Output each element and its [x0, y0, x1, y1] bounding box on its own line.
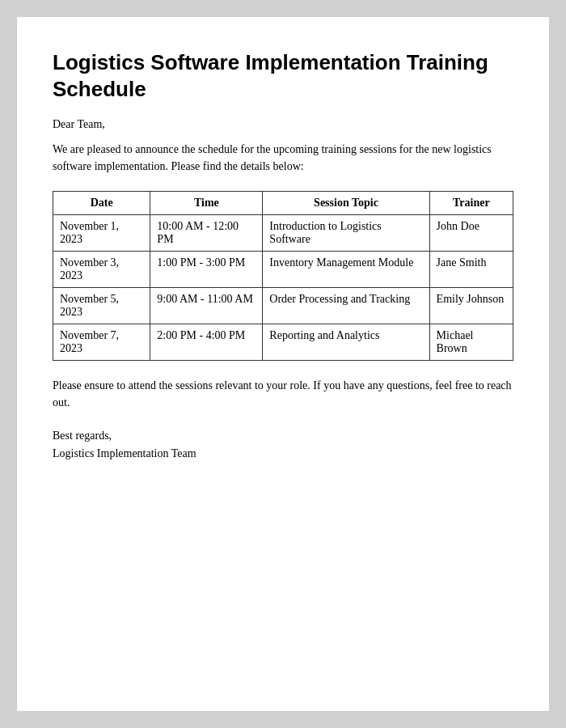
document-page: Logistics Software Implementation Traini…: [16, 16, 550, 712]
cell-time: 9:00 AM - 11:00 AM: [150, 288, 263, 324]
cell-time: 1:00 PM - 3:00 PM: [150, 252, 263, 288]
table-row: November 1, 202310:00 AM - 12:00 PMIntro…: [53, 215, 513, 252]
table-header-row: Date Time Session Topic Trainer: [53, 192, 513, 215]
cell-date: November 7, 2023: [53, 324, 150, 361]
col-header-trainer: Trainer: [429, 192, 513, 215]
cell-trainer: Emily Johnson: [429, 288, 513, 324]
cell-topic: Reporting and Analytics: [263, 324, 429, 361]
page-title: Logistics Software Implementation Traini…: [53, 49, 513, 102]
table-row: November 7, 20232:00 PM - 4:00 PMReporti…: [53, 324, 513, 361]
cell-date: November 5, 2023: [53, 288, 150, 324]
cell-time: 2:00 PM - 4:00 PM: [150, 324, 263, 361]
sign-off-line1: Best regards,: [53, 427, 513, 445]
sign-off: Best regards, Logistics Implementation T…: [53, 427, 513, 463]
training-schedule-table: Date Time Session Topic Trainer November…: [53, 191, 513, 361]
cell-trainer: Michael Brown: [429, 324, 513, 361]
cell-topic: Order Processing and Tracking: [263, 288, 429, 324]
sign-off-line2: Logistics Implementation Team: [53, 445, 513, 463]
cell-time: 10:00 AM - 12:00 PM: [150, 215, 263, 252]
cell-date: November 1, 2023: [53, 215, 150, 252]
col-header-time: Time: [150, 192, 263, 215]
col-header-topic: Session Topic: [263, 192, 429, 215]
table-row: November 3, 20231:00 PM - 3:00 PMInvento…: [53, 252, 513, 288]
table-row: November 5, 20239:00 AM - 11:00 AMOrder …: [53, 288, 513, 324]
cell-topic: Inventory Management Module: [263, 252, 429, 288]
cell-trainer: Jane Smith: [429, 252, 513, 288]
col-header-date: Date: [53, 192, 150, 215]
cell-trainer: John Doe: [429, 215, 513, 252]
greeting-text: Dear Team,: [53, 118, 513, 131]
footer-text: Please ensure to attend the sessions rel…: [53, 377, 513, 411]
cell-topic: Introduction to Logistics Software: [263, 215, 429, 252]
cell-date: November 3, 2023: [53, 252, 150, 288]
intro-text: We are pleased to announce the schedule …: [53, 141, 513, 175]
